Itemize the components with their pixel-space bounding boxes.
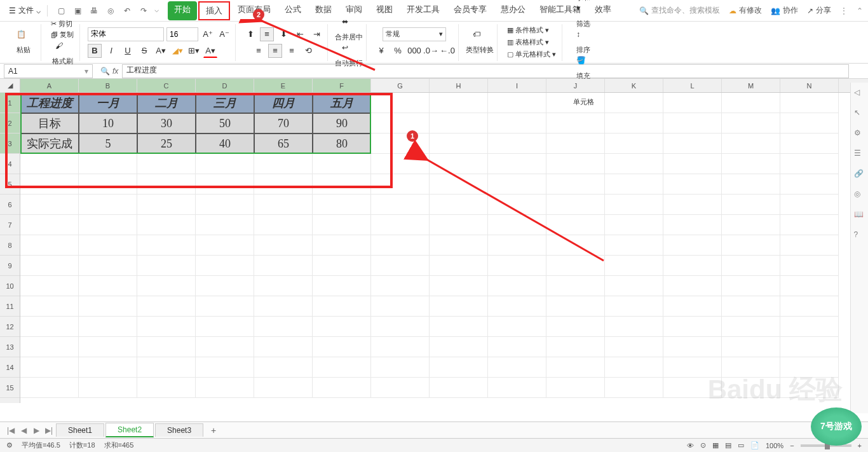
filter-button[interactable]: ▾筛选 [570, 4, 597, 29]
cell[interactable] [780, 154, 839, 174]
cell[interactable] [196, 378, 254, 398]
row-header[interactable]: 15 [0, 378, 20, 398]
cell[interactable] [488, 195, 546, 215]
cell[interactable] [20, 296, 79, 317]
cell[interactable] [137, 256, 196, 276]
cell[interactable] [663, 113, 722, 134]
list-icon[interactable]: ☰ [854, 149, 865, 160]
cell[interactable] [605, 93, 663, 113]
cell[interactable] [313, 337, 371, 357]
increase-font[interactable]: A⁺ [201, 27, 215, 41]
cell[interactable]: 90 [313, 113, 371, 134]
cell[interactable] [371, 215, 430, 235]
cell[interactable] [605, 134, 663, 154]
cell[interactable] [137, 337, 196, 357]
changes-button[interactable]: ☁ 有修改 [729, 5, 762, 16]
cell[interactable] [430, 93, 488, 113]
table-style[interactable]: ▥表格样式▾ [505, 37, 551, 48]
triangle-icon[interactable]: ◁ [854, 88, 865, 99]
col-header[interactable]: I [488, 79, 546, 92]
chevron-down-icon[interactable]: ⌵ [154, 5, 159, 17]
cell[interactable] [79, 317, 137, 337]
border-button[interactable]: ⊞▾ [187, 44, 201, 58]
cell[interactable] [196, 337, 254, 357]
col-header[interactable]: E [254, 79, 313, 92]
cell[interactable] [663, 317, 722, 337]
col-header[interactable]: N [780, 79, 839, 92]
cell[interactable] [722, 154, 780, 174]
dot-icon[interactable]: ⊙ [700, 441, 706, 449]
cell[interactable] [605, 235, 663, 256]
cell[interactable] [79, 256, 137, 276]
cell[interactable] [546, 93, 605, 113]
settings-icon[interactable]: ⚙ [6, 441, 13, 449]
bold-button[interactable]: B [88, 44, 102, 58]
cell[interactable]: 80 [313, 134, 371, 154]
cell[interactable] [79, 276, 137, 296]
more-icon[interactable]: ⋮ [840, 6, 848, 15]
target-icon[interactable]: ◎ [854, 189, 865, 201]
cell[interactable] [722, 113, 780, 134]
cell[interactable] [722, 317, 780, 337]
cell[interactable] [196, 174, 254, 195]
cell[interactable] [780, 174, 839, 195]
cell[interactable] [196, 215, 254, 235]
cell[interactable] [137, 378, 196, 398]
cond-format[interactable]: ▦条件格式▾ [505, 25, 551, 36]
tab-member[interactable]: 会员专享 [447, 1, 493, 20]
sheet-nav-last[interactable]: ▶| [43, 425, 55, 436]
cell[interactable] [780, 93, 839, 113]
cell[interactable] [722, 195, 780, 215]
copy-button[interactable]: 🗐复制 [49, 29, 76, 40]
cell[interactable] [430, 276, 488, 296]
file-menu[interactable]: ☰ 文件 ⌵ [5, 4, 44, 17]
align-center[interactable]: ≡ [268, 44, 282, 58]
cell[interactable] [605, 317, 663, 337]
cell[interactable] [371, 296, 430, 317]
paste-button[interactable]: 📋 粘贴 [10, 25, 37, 60]
undo-icon[interactable]: ↶ [121, 5, 133, 17]
cell[interactable] [254, 195, 313, 215]
cell[interactable] [137, 174, 196, 195]
cell[interactable] [546, 134, 605, 154]
cell[interactable] [371, 357, 430, 378]
col-header[interactable]: G [371, 79, 430, 92]
font-name-select[interactable] [88, 27, 164, 41]
cell[interactable] [313, 235, 371, 256]
cell[interactable] [780, 195, 839, 215]
cell[interactable] [546, 195, 605, 215]
cell[interactable] [254, 337, 313, 357]
cell[interactable] [546, 296, 605, 317]
dec-decimal[interactable]: ←.0 [440, 44, 454, 58]
cell[interactable]: 25 [137, 134, 196, 154]
cell[interactable] [313, 317, 371, 337]
cell[interactable] [20, 317, 79, 337]
cell[interactable] [137, 296, 196, 317]
cell[interactable] [605, 256, 663, 276]
col-header[interactable]: J [546, 79, 605, 92]
cell[interactable]: 四月 [254, 93, 313, 113]
open-icon[interactable]: ▣ [72, 5, 83, 17]
row-header[interactable]: 3 [0, 134, 20, 154]
row-header[interactable]: 7 [0, 215, 20, 235]
cell[interactable] [254, 378, 313, 398]
cell[interactable] [137, 317, 196, 337]
cell[interactable] [546, 256, 605, 276]
cell[interactable] [488, 276, 546, 296]
tab-dev[interactable]: 开发工具 [400, 1, 446, 20]
cell[interactable] [722, 134, 780, 154]
indent-inc[interactable]: ⇥ [309, 27, 323, 41]
cell[interactable] [722, 235, 780, 256]
add-sheet-button[interactable]: + [207, 424, 220, 437]
cell[interactable] [196, 317, 254, 337]
cell[interactable] [430, 337, 488, 357]
cell[interactable] [780, 337, 839, 357]
row-header[interactable]: 9 [0, 256, 20, 276]
italic-button[interactable]: I [104, 44, 118, 58]
cell[interactable] [313, 154, 371, 174]
currency-button[interactable]: ¥ [374, 44, 388, 58]
col-header[interactable]: M [722, 79, 780, 92]
redo-icon[interactable]: ↷ [138, 5, 149, 17]
row-header[interactable]: 5 [0, 174, 20, 195]
tab-formula[interactable]: 公式 [278, 1, 308, 20]
